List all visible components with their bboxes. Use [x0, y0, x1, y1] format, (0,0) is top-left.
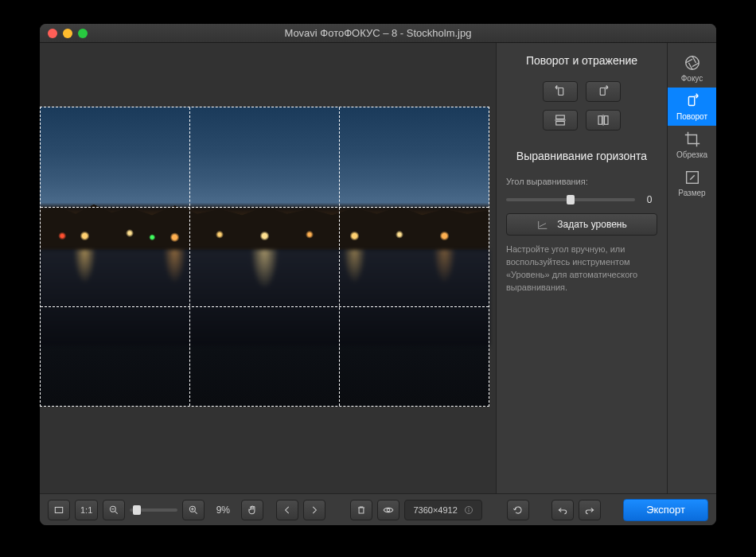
zoom-percent: 9% [209, 504, 236, 516]
reset-button[interactable] [507, 500, 529, 520]
zoom-in-icon [188, 504, 199, 516]
set-level-label: Задать уровень [557, 219, 626, 230]
svg-rect-11 [55, 507, 62, 512]
flip-horizontal-icon [596, 113, 610, 127]
dimensions-text: 7360×4912 [413, 505, 457, 515]
rotate-left-icon [553, 84, 567, 99]
tool-rotate[interactable]: Поворот [668, 88, 717, 126]
trash-icon [356, 504, 367, 516]
export-button[interactable]: Экспорт [623, 499, 708, 521]
delete-button[interactable] [350, 500, 372, 520]
svg-point-8 [685, 56, 699, 70]
tool-rotate-label: Поворот [676, 112, 707, 121]
rotate-panel: Поворот и отражение Выравнивание горизон… [496, 43, 667, 493]
set-level-button[interactable]: Задать уровень [506, 213, 657, 236]
svg-rect-6 [605, 116, 609, 125]
zoom-in-button[interactable] [182, 500, 205, 520]
flip-vertical-button[interactable] [543, 110, 578, 130]
angle-slider[interactable] [506, 198, 635, 201]
actual-size-button[interactable]: 1:1 [75, 500, 98, 520]
info-icon[interactable] [464, 505, 473, 515]
redo-icon [584, 504, 595, 516]
svg-point-22 [469, 508, 470, 508]
crop-icon [684, 130, 701, 148]
zoom-out-icon [108, 504, 119, 516]
panel-title-rotate: Поворот и отражение [506, 54, 657, 67]
redo-button[interactable] [579, 500, 601, 520]
compare-button[interactable] [377, 500, 399, 520]
tool-resize-label: Размер [678, 189, 705, 197]
tool-crop[interactable]: Обрезка [668, 126, 717, 164]
angle-value: 0 [641, 194, 657, 205]
app-window: Movavi ФотоФОКУС – 8 - Stockholm.jpg Пов… [40, 24, 716, 525]
actual-size-label: 1:1 [80, 505, 92, 515]
next-image-button[interactable] [303, 500, 325, 520]
panel-title-level: Выравнивание горизонта [506, 150, 657, 162]
tool-rail: Фокус Поворот Обрезка Размер [667, 43, 716, 493]
reset-icon [512, 504, 524, 516]
fit-screen-button[interactable] [48, 500, 70, 520]
aperture-icon [684, 54, 701, 72]
dimensions-badge: 7360×4912 [404, 500, 481, 520]
rotate-icon [684, 92, 701, 110]
resize-icon [684, 169, 701, 186]
tool-crop-label: Обрезка [676, 150, 707, 159]
fit-screen-icon [53, 504, 64, 516]
svg-line-16 [195, 511, 197, 513]
hand-icon [247, 504, 258, 516]
zoom-slider[interactable] [130, 508, 177, 512]
flip-vertical-icon [553, 113, 567, 127]
svg-line-13 [115, 511, 118, 513]
window-minimize-button[interactable] [63, 29, 72, 38]
svg-rect-2 [556, 115, 565, 119]
canvas-area[interactable] [40, 43, 496, 493]
level-hint: Настройте угол вручную, или воспользуйте… [506, 243, 657, 294]
pan-hand-button[interactable] [241, 500, 263, 520]
chevron-right-icon [309, 504, 320, 516]
svg-rect-3 [556, 122, 565, 126]
prev-image-button[interactable] [276, 500, 298, 520]
tool-focus-label: Фокус [681, 74, 703, 83]
rotate-right-icon [596, 84, 610, 99]
rotate-right-button[interactable] [586, 81, 621, 102]
tool-resize[interactable]: Размер [668, 164, 717, 202]
export-label: Экспорт [646, 504, 685, 516]
svg-rect-0 [559, 88, 563, 95]
zoom-out-button[interactable] [103, 500, 125, 520]
undo-button[interactable] [551, 500, 574, 520]
angle-label: Угол выравнивания: [506, 177, 657, 186]
rotate-grid-overlay[interactable] [40, 107, 489, 407]
eye-icon [383, 504, 394, 516]
bottom-toolbar: 1:1 9% [40, 493, 716, 525]
rotate-left-button[interactable] [543, 81, 578, 102]
window-close-button[interactable] [48, 29, 57, 38]
undo-icon [557, 504, 568, 516]
zoom-slider-thumb[interactable] [133, 505, 141, 515]
flip-horizontal-button[interactable] [586, 110, 621, 130]
svg-rect-5 [598, 116, 602, 125]
svg-rect-1 [600, 88, 605, 95]
svg-rect-9 [688, 97, 694, 106]
tool-focus[interactable]: Фокус [668, 49, 717, 88]
svg-point-19 [388, 508, 391, 512]
chevron-left-icon [282, 504, 293, 516]
window-title: Movavi ФотоФОКУС – 8 - Stockholm.jpg [40, 27, 716, 39]
level-icon [536, 218, 549, 231]
window-maximize-button[interactable] [78, 29, 88, 38]
titlebar: Movavi ФотоФОКУС – 8 - Stockholm.jpg [40, 24, 716, 43]
angle-slider-thumb[interactable] [567, 195, 575, 204]
